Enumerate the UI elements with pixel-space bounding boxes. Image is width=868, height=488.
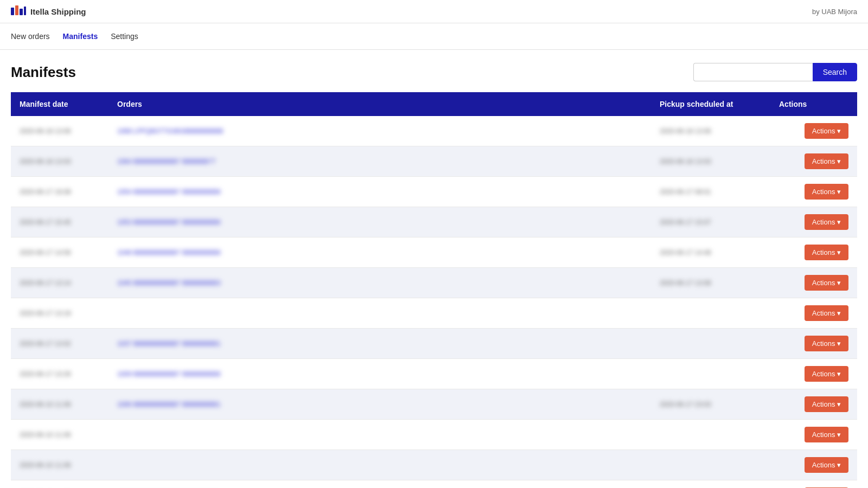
search-input[interactable] bbox=[693, 63, 813, 81]
manifest-date: 2020-06-10 11:06 bbox=[20, 431, 71, 439]
manifest-date: 2020-06-17 13:02 bbox=[20, 340, 71, 348]
cell-date: 2020-06-18 13:03 bbox=[11, 146, 108, 177]
table-row: 2020-06-18 13:061068 LPFQ8GT7G36GBBBBBBB… bbox=[11, 116, 857, 146]
search-button[interactable]: Search bbox=[813, 63, 857, 81]
svg-rect-2 bbox=[20, 9, 23, 15]
table-row: 2020-06-10 11:06Actions ▾ bbox=[11, 420, 857, 450]
svg-rect-1 bbox=[15, 5, 18, 15]
top-header: Itella Shipping by UAB Mijora bbox=[0, 0, 868, 23]
cell-pickup bbox=[651, 480, 770, 489]
order-link[interactable]: 1009 BBBBBBBBBB7 BBBBBBBB8 bbox=[117, 370, 221, 378]
svg-rect-3 bbox=[24, 7, 26, 15]
nav-new-orders[interactable]: New orders bbox=[11, 30, 50, 43]
actions-button[interactable]: Actions ▾ bbox=[805, 396, 848, 412]
brand: Itella Shipping bbox=[11, 5, 86, 17]
search-area: Search bbox=[693, 63, 857, 81]
cell-orders bbox=[108, 450, 651, 480]
actions-button[interactable]: Actions ▾ bbox=[805, 214, 848, 230]
table-header: Manifest date Orders Pickup scheduled at… bbox=[11, 92, 857, 116]
order-link[interactable]: 1068 LPFQ8GT7G36GBBBBBBBBB bbox=[117, 127, 223, 135]
col-pickup: Pickup scheduled at bbox=[651, 92, 770, 116]
cell-date: 2020-06-17 13:26 bbox=[11, 359, 108, 389]
order-link[interactable]: 1037 BBBBBBBBBB7 BBBBBBBB1 bbox=[117, 340, 221, 348]
cell-date: 2020-06-10 11:08 bbox=[11, 480, 108, 489]
cell-orders: 1037 BBBBBBBBBB7 BBBBBBBB1 bbox=[108, 329, 651, 359]
brand-name: Itella Shipping bbox=[30, 7, 86, 16]
manifest-date: 2020-06-17 13:14 bbox=[20, 279, 71, 287]
table-row: 2020-06-10 11:06Actions ▾ bbox=[11, 450, 857, 480]
cell-pickup bbox=[651, 450, 770, 480]
cell-orders: 1054 BBBBBBBBBB7 BBBBBBBB8 bbox=[108, 177, 651, 207]
table-row: 2020-06-17 13:141045 BBBBBBBBBB7 BBBBBBB… bbox=[11, 268, 857, 298]
col-actions-header: Actions bbox=[770, 92, 857, 116]
actions-button[interactable]: Actions ▾ bbox=[805, 457, 848, 473]
cell-date: 2020-06-17 15:45 bbox=[11, 207, 108, 237]
cell-date: 2020-06-17 14:56 bbox=[11, 237, 108, 268]
actions-button[interactable]: Actions ▾ bbox=[805, 427, 848, 442]
order-link[interactable]: 1048 BBBBBBBBBB7 BBBBBBBB8 bbox=[117, 249, 221, 256]
cell-actions: Actions ▾ bbox=[770, 116, 857, 146]
svg-rect-0 bbox=[11, 8, 14, 15]
cell-orders: 1053 BBBBBBBBBB7 BBBBBBBB6 bbox=[108, 207, 651, 237]
table-row: 2020-06-17 13:021037 BBBBBBBBBB7 BBBBBBB… bbox=[11, 329, 857, 359]
manifest-date: 2020-06-10 11:06 bbox=[20, 461, 71, 469]
manifest-date: 2020-06-18 13:03 bbox=[20, 158, 71, 165]
actions-button[interactable]: Actions ▾ bbox=[805, 366, 848, 382]
table-row: 2020-06-17 15:451053 BBBBBBBBBB7 BBBBBBB… bbox=[11, 207, 857, 237]
cell-date: 2020-06-17 13:02 bbox=[11, 329, 108, 359]
pickup-date: 2020-06-17 13:08 bbox=[660, 279, 711, 287]
col-orders: Orders bbox=[108, 92, 651, 116]
cell-orders: 1068 LPFQ8GT7G36GBBBBBBBBB bbox=[108, 116, 651, 146]
cell-actions: Actions ▾ bbox=[770, 450, 857, 480]
order-link[interactable]: 1054 BBBBBBBBBB7 BBBBBBBB8 bbox=[117, 188, 221, 196]
cell-pickup: 2020-06-18 13:06 bbox=[651, 116, 770, 146]
cell-pickup: 2020-06-17 23:03 bbox=[651, 389, 770, 420]
pickup-date: 2020-06-17 15:07 bbox=[660, 219, 711, 226]
cell-orders: 1048 BBBBBBBBBB7 BBBBBBBB8 bbox=[108, 237, 651, 268]
brand-by: by UAB Mijora bbox=[812, 8, 857, 16]
manifest-date: 2020-06-17 15:45 bbox=[20, 219, 71, 226]
order-link[interactable]: 1064 BBBBBBBBBB7 BBBBBB77 bbox=[117, 158, 215, 165]
cell-orders: 1064 BBBBBBBBBB7 BBBBBB77 bbox=[108, 146, 651, 177]
cell-actions: Actions ▾ bbox=[770, 268, 857, 298]
cell-pickup bbox=[651, 298, 770, 329]
cell-actions: Actions ▾ bbox=[770, 237, 857, 268]
page-title: Manifests bbox=[11, 64, 76, 81]
cell-orders: 1045 BBBBBBBBBB7 BBBBBBBB3 bbox=[108, 268, 651, 298]
pickup-date: 2020-06-17 23:03 bbox=[660, 401, 711, 408]
col-manifest-date: Manifest date bbox=[11, 92, 108, 116]
nav-settings[interactable]: Settings bbox=[111, 30, 138, 43]
actions-button[interactable]: Actions ▾ bbox=[805, 336, 848, 351]
actions-button[interactable]: Actions ▾ bbox=[805, 305, 848, 321]
cell-actions: Actions ▾ bbox=[770, 389, 857, 420]
manifest-date: 2020-06-17 14:56 bbox=[20, 249, 71, 256]
cell-actions: Actions ▾ bbox=[770, 329, 857, 359]
cell-date: 2020-06-18 13:06 bbox=[11, 116, 108, 146]
manifest-date: 2020-06-17 16:08 bbox=[20, 188, 71, 196]
cell-pickup bbox=[651, 329, 770, 359]
actions-button[interactable]: Actions ▾ bbox=[805, 123, 848, 139]
order-link[interactable]: 1045 BBBBBBBBBB7 BBBBBBBB3 bbox=[117, 279, 221, 287]
cell-actions: Actions ▾ bbox=[770, 298, 857, 329]
actions-button[interactable]: Actions ▾ bbox=[805, 153, 848, 169]
cell-date: 2020-06-17 13:19 bbox=[11, 298, 108, 329]
order-link[interactable]: 1006 BBBBBBBBBB7 BBBBBBBB1 bbox=[117, 401, 221, 408]
actions-button[interactable]: Actions ▾ bbox=[805, 275, 848, 291]
cell-actions: Actions ▾ bbox=[770, 359, 857, 389]
cell-date: 2020-06-10 11:06 bbox=[11, 450, 108, 480]
actions-button[interactable]: Actions ▾ bbox=[805, 245, 848, 260]
manifest-date: 2020-06-17 13:19 bbox=[20, 310, 71, 317]
cell-date: 2020-06-10 11:06 bbox=[11, 389, 108, 420]
manifest-date: 2020-06-17 13:26 bbox=[20, 370, 71, 378]
nav-manifests[interactable]: Manifests bbox=[63, 30, 98, 43]
order-link[interactable]: 1053 BBBBBBBBBB7 BBBBBBBB6 bbox=[117, 219, 221, 226]
cell-date: 2020-06-17 16:08 bbox=[11, 177, 108, 207]
pickup-date: 2020-06-17 08:01 bbox=[660, 188, 711, 196]
cell-orders: 1003 BBBBBBBBBB7 BBBBBBBB1 bbox=[108, 480, 651, 489]
cell-pickup bbox=[651, 359, 770, 389]
cell-actions: Actions ▾ bbox=[770, 207, 857, 237]
cell-date: 2020-06-17 13:14 bbox=[11, 268, 108, 298]
actions-button[interactable]: Actions ▾ bbox=[805, 184, 848, 200]
brand-icon bbox=[11, 5, 26, 17]
pickup-date: 2020-06-17 14:48 bbox=[660, 249, 711, 256]
